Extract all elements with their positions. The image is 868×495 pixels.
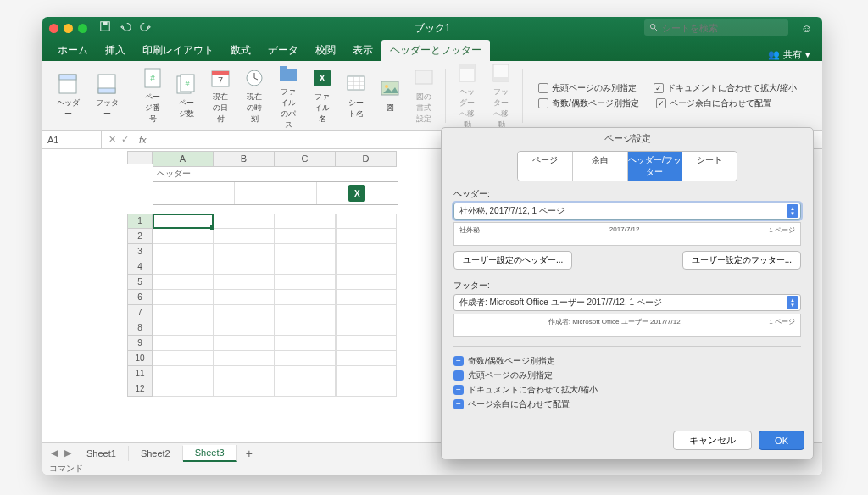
svg-rect-5 [59,75,76,80]
header-left-cell[interactable] [153,182,235,204]
stepper-icon: ▲▼ [787,204,798,218]
odd-even-check[interactable]: 奇数/偶数ページ別指定 [538,97,639,109]
share-button[interactable]: 👥共有 ▾ [768,48,815,61]
sheet-tab[interactable]: Sheet2 [129,446,183,461]
enter-icon[interactable]: ✓ [121,134,129,145]
first-page-check[interactable]: 先頭ページのみ別指定 [538,82,637,94]
tab-data[interactable]: データ [259,40,307,61]
sheet-nav-first[interactable]: ◀ [47,448,61,459]
row-header[interactable]: 2 [127,229,153,244]
page-setup-dialog: ページ設定 ページ 余白 ヘッダー/フッター シート ヘッダー: 社外秘, 20… [441,127,814,459]
header-button[interactable]: ヘッダー [49,70,86,121]
cancel-button[interactable]: キャンセル [673,431,752,450]
svg-text:#: # [150,74,155,83]
file-path-button[interactable]: ファイルのパス [272,59,304,132]
tab-review[interactable]: 校閲 [307,40,344,61]
user-icon[interactable]: ☺ [801,22,812,35]
seg-sheet[interactable]: シート [682,152,737,181]
search-input[interactable] [662,23,783,33]
minimize-icon[interactable] [64,24,73,33]
tab-home[interactable]: ホーム [49,40,97,61]
col-header-a[interactable]: A [153,151,214,167]
col-header-d[interactable]: D [336,151,397,167]
seg-margins[interactable]: 余白 [573,152,628,181]
footer-combo[interactable]: 作成者: Microsoft Office ユーザー 2017/7/12, 1 … [453,294,801,311]
tab-view[interactable]: 表示 [344,40,381,61]
dchk-margins[interactable]: −ページ余白に合わせて配置 [453,398,801,410]
svg-rect-7 [98,88,115,93]
seg-page[interactable]: ページ [518,152,573,181]
fx-label: fx [139,135,147,145]
close-icon[interactable] [49,24,58,33]
select-all-corner[interactable] [127,151,153,164]
footer-preview: 作成者: Microsoft Office ユーザー 2017/7/12 1 ペ… [453,314,801,337]
row-header[interactable]: 1 [127,214,153,229]
row-header[interactable]: 4 [127,259,153,275]
current-time-button[interactable]: 現在の時刻 [238,64,270,126]
row-header[interactable]: 8 [127,320,153,336]
sheet-nav-prev[interactable]: ▶ [61,448,75,459]
page-number-button[interactable]: #ページ番号 [136,64,169,126]
dialog-checks: −奇数/偶数ページ別指定 −先頭ページのみ別指定 −ドキュメントに合わせて拡大/… [453,355,801,410]
svg-point-2 [650,24,655,29]
current-date-button[interactable]: 7現在の日付 [204,64,236,126]
svg-rect-28 [415,70,432,84]
align-margins-check[interactable]: ページ余白に合わせて配置 [656,97,771,109]
row-header[interactable]: 12 [127,381,153,397]
cancel-icon[interactable]: ✕ [108,134,116,145]
cell-selection [153,214,214,229]
svg-rect-1 [103,22,107,25]
dchk-odd-even[interactable]: −奇数/偶数ページ別指定 [453,355,801,367]
save-icon[interactable] [99,20,111,36]
file-name-button[interactable]: Xファイル名 [306,64,338,126]
goto-footer-button: フッターへ移動 [485,59,517,132]
name-box[interactable]: A1 [42,131,102,148]
tab-formulas[interactable]: 数式 [222,40,259,61]
zoom-icon[interactable] [78,24,87,33]
header-edit-box[interactable]: X [153,181,398,205]
dialog-title: ページ設定 [442,128,813,149]
tab-page-layout[interactable]: 印刷レイアウト [134,40,222,61]
header-combo[interactable]: 社外秘, 2017/7/12, 1 ページ ▲▼ [453,203,801,220]
header-right-cell[interactable]: X [317,182,398,204]
goto-header-button: ヘッダーへ移動 [451,59,483,132]
row-header[interactable]: 11 [127,366,153,381]
row-header[interactable]: 6 [127,290,153,305]
footer-combo-label: フッター: [453,280,801,292]
custom-header-button[interactable]: ユーザー設定のヘッダー... [453,251,572,270]
footer-button[interactable]: フッター [88,70,125,121]
row-header[interactable]: 10 [127,351,153,366]
row-header[interactable]: 7 [127,305,153,320]
header-center-cell[interactable] [235,182,316,204]
scale-doc-check[interactable]: ドキュメントに合わせて拡大/縮小 [654,82,797,94]
dchk-scale[interactable]: −ドキュメントに合わせて拡大/縮小 [453,384,801,396]
cells-grid[interactable] [153,214,398,397]
share-icon: 👥 [768,49,780,60]
redo-icon[interactable] [140,20,152,36]
custom-footer-button[interactable]: ユーザー設定のフッター... [682,251,801,270]
tab-insert[interactable]: 挿入 [97,40,134,61]
titlebar: ブック1 ☺ [42,17,822,39]
ribbon: ヘッダー フッター #ページ番号 #ページ数 7現在の日付 現在の時刻 ファイル… [42,61,822,131]
search-box[interactable] [644,19,788,36]
status-bar: コマンド [42,463,822,475]
minus-icon: − [453,385,464,395]
sheet-tab[interactable]: Sheet1 [75,446,129,461]
row-header[interactable]: 9 [127,336,153,351]
seg-header-footer[interactable]: ヘッダー/フッター [628,152,683,181]
row-header[interactable]: 3 [127,244,153,259]
add-sheet-button[interactable]: + [237,447,261,460]
row-header[interactable]: 5 [127,275,153,290]
col-header-c[interactable]: C [275,151,336,167]
dchk-first-page[interactable]: −先頭ページのみ別指定 [453,370,801,381]
tab-header-footer[interactable]: ヘッダーとフッター [381,40,490,61]
col-header-b[interactable]: B [214,151,275,167]
undo-icon[interactable] [120,20,131,36]
sheet-name-button[interactable]: シート名 [340,70,372,121]
picture-button[interactable]: 図 [374,75,406,115]
search-icon [649,23,659,32]
page-count-button[interactable]: #ページ数 [170,70,203,121]
sheet-tab[interactable]: Sheet3 [183,445,237,462]
ok-button[interactable]: OK [759,431,804,450]
ribbon-tabs: ホーム 挿入 印刷レイアウト 数式 データ 校閲 表示 ヘッダーとフッター 👥共… [42,39,822,61]
